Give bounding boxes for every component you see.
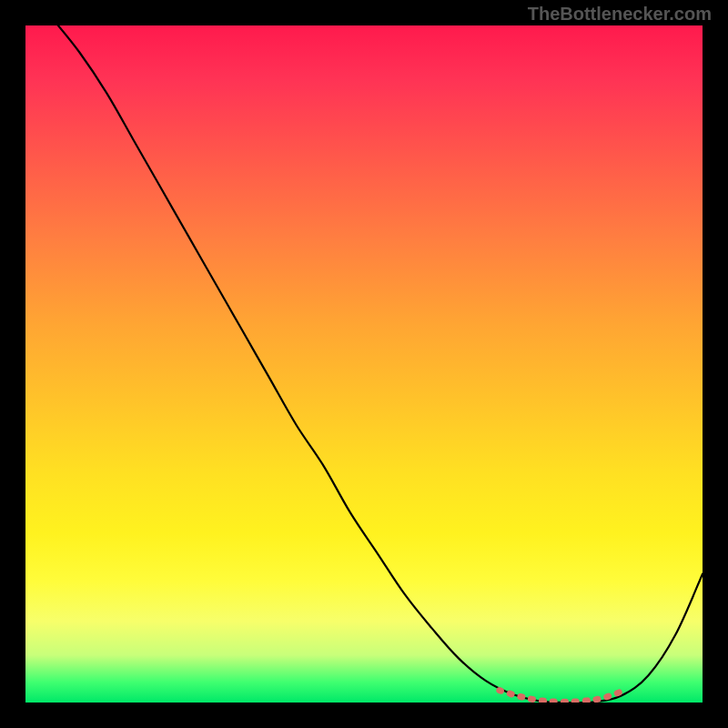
watermark-text: TheBottlenecker.com <box>528 4 712 25</box>
curve-main <box>53 25 703 703</box>
chart-svg <box>25 25 703 703</box>
chart-plot-area <box>25 25 703 703</box>
